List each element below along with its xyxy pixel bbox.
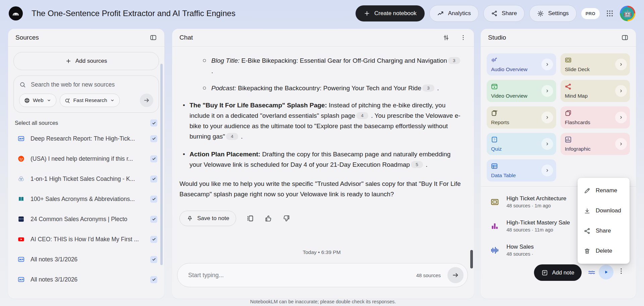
citation-chip[interactable]: 3 — [422, 85, 434, 92]
assistant-message: Blog Title: E-Bike Bikepacking: Essentia… — [179, 55, 464, 199]
source-item[interactable]: All notes 3/1/2026 — [13, 249, 159, 269]
source-item[interactable]: PLECTO24 Common Sales Acronyms | Plecto — [13, 209, 159, 229]
chat-panel: Chat Blog Title: E-Bike Bikepacking: Ess… — [172, 29, 474, 299]
chevron-right-icon[interactable] — [615, 138, 627, 150]
studio-card-video[interactable]: Video Overview — [487, 80, 556, 102]
thumb-up-icon[interactable] — [264, 214, 272, 222]
studio-title: Studio — [488, 34, 506, 41]
chevron-right-icon[interactable] — [615, 85, 627, 97]
chevron-right-icon[interactable] — [615, 59, 627, 70]
avatar-image: 🤖 — [621, 7, 634, 20]
source-checkbox[interactable] — [150, 216, 157, 223]
studio-card-mindmap[interactable]: Mind Map — [560, 80, 630, 102]
reports-icon — [491, 109, 498, 117]
source-item[interactable]: 1-on-1 High Ticket Sales Coaching - K... — [13, 169, 159, 189]
studio-card-reports[interactable]: Reports — [487, 106, 556, 129]
source-checkbox[interactable] — [150, 135, 157, 142]
notebook-title: The One-Sentence Profit Extractor and AI… — [32, 9, 235, 18]
source-item[interactable]: All notes 3/1/2026 — [13, 269, 159, 290]
studio-card-slides[interactable]: Slide Deck — [560, 53, 630, 75]
studio-card-quiz[interactable]: ?Quiz — [487, 133, 556, 155]
interactive-mode-icon[interactable] — [587, 268, 596, 277]
search-submit-button[interactable] — [140, 94, 153, 107]
chartbars-icon — [489, 221, 501, 231]
source-checkbox[interactable] — [150, 155, 157, 162]
citation-chip[interactable]: 5 — [411, 161, 423, 168]
studio-card-flashcards[interactable]: Flashcards — [560, 106, 630, 129]
source-checkbox[interactable] — [150, 276, 157, 283]
citation-chip[interactable]: 3 — [448, 57, 460, 64]
send-message-button[interactable] — [447, 267, 464, 283]
source-checkbox[interactable] — [150, 256, 157, 263]
sources-scrollbar[interactable] — [160, 64, 163, 265]
collapse-panel-icon[interactable] — [621, 34, 629, 41]
create-notebook-button[interactable]: Create notebook — [356, 5, 425, 21]
context-menu-delete[interactable]: Delete — [578, 241, 630, 261]
source-item[interactable]: Deep Research Report: The High-Tick... — [13, 129, 159, 149]
thumb-down-icon[interactable] — [282, 214, 290, 222]
save-to-note-button[interactable]: Save to note — [179, 211, 236, 226]
source-checkbox[interactable] — [150, 175, 157, 183]
avatar[interactable]: 🤖 — [620, 6, 635, 21]
search-input[interactable]: Search the web for new sources — [19, 81, 153, 88]
apps-grid-icon[interactable] — [606, 9, 614, 17]
more-options-icon[interactable] — [460, 34, 467, 41]
chevron-right-icon[interactable] — [541, 138, 553, 150]
artifact-title: High-Ticket Mastery Sale — [506, 219, 570, 226]
copy-icon[interactable] — [246, 214, 254, 222]
notebooklm-logo-icon[interactable] — [9, 6, 23, 20]
artifact-context-menu: RenameDownloadShareDelete — [578, 178, 630, 264]
add-sources-button[interactable]: Add sources — [13, 52, 159, 70]
chevron-right-icon[interactable] — [541, 59, 553, 70]
play-audio-button[interactable] — [599, 265, 613, 279]
studio-card-infographic[interactable]: Infographic — [560, 133, 630, 155]
add-note-button[interactable]: Add note — [534, 264, 582, 281]
context-menu-rename[interactable]: Rename — [578, 181, 630, 201]
chat-scrollbar[interactable] — [470, 250, 473, 268]
source-item[interactable]: AI CEO: THIS is How I'd Make My First ..… — [13, 229, 159, 249]
source-item[interactable]: 100+ Sales Acronyms & Abbreviations... — [13, 189, 159, 209]
studio-card-table[interactable]: Data Table — [487, 159, 556, 182]
search-icon — [19, 81, 26, 88]
source-item[interactable]: (USA) I need help determining if this r.… — [13, 149, 159, 169]
context-menu-download[interactable]: Download — [578, 201, 630, 221]
web-filter-chip[interactable]: Web — [19, 94, 56, 107]
artifact-meta: 48 sources · — [506, 251, 534, 257]
context-menu-share[interactable]: Share — [578, 221, 630, 241]
chat-header: Chat — [172, 29, 474, 47]
youtube-icon — [17, 236, 25, 243]
chevron-down-icon — [110, 98, 115, 103]
source-checkbox[interactable] — [150, 236, 157, 243]
source-checkbox[interactable] — [150, 196, 157, 203]
share-button[interactable]: Share — [483, 5, 525, 22]
slides-icon — [565, 56, 572, 64]
settings-button[interactable]: Settings — [529, 5, 576, 22]
collapse-panel-icon[interactable] — [150, 34, 157, 41]
chevron-right-icon[interactable] — [541, 112, 553, 123]
chat-text-input[interactable] — [187, 271, 416, 279]
app-header: The One-Sentence Profit Extractor and AI… — [0, 0, 644, 27]
download-icon — [584, 207, 591, 214]
artifact-text: High-Ticket Mastery Sale48 sources · 11m… — [506, 219, 570, 233]
citation-chip[interactable]: 4 — [226, 133, 238, 140]
chat-settings-icon[interactable] — [442, 34, 450, 41]
studio-card-label: Data Table — [491, 172, 516, 178]
studio-card-label: Infographic — [565, 146, 591, 152]
plus-icon — [65, 58, 71, 64]
citation-chip[interactable]: 4 — [356, 112, 368, 119]
chevron-right-icon[interactable] — [615, 112, 627, 123]
source-count-label: 48 sources — [416, 272, 441, 278]
artifact-more-icon[interactable] — [618, 267, 625, 275]
select-all-checkbox[interactable] — [150, 119, 157, 126]
chevron-right-icon[interactable] — [541, 85, 553, 97]
source-title: 100+ Sales Acronyms & Abbreviations... — [31, 196, 145, 203]
studio-card-label: Mind Map — [565, 93, 588, 99]
chevron-right-icon[interactable] — [541, 165, 553, 176]
gear-icon — [537, 10, 544, 17]
pencil-icon — [584, 187, 591, 194]
context-menu-label: Delete — [596, 248, 612, 254]
studio-card-audio[interactable]: Audio Overview — [487, 53, 556, 75]
analytics-button[interactable]: Analytics — [429, 5, 479, 22]
web-search-card: Search the web for new sources Web Fast … — [13, 75, 159, 113]
research-mode-chip[interactable]: Fast Research — [60, 94, 120, 107]
